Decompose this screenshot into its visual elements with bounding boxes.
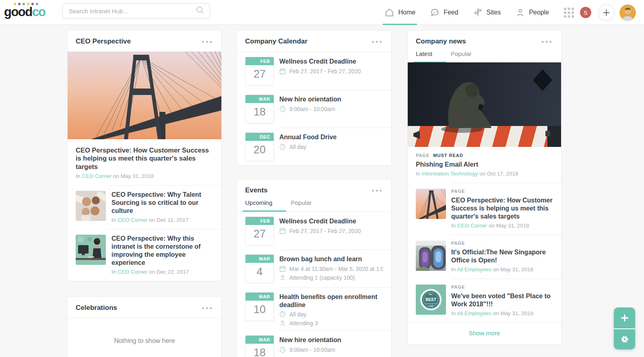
tab-popular[interactable]: Popular (291, 199, 312, 211)
date-badge: DEC 20 (245, 132, 274, 161)
news-article[interactable]: PAGE CEO Perspective: How Customer Succe… (408, 183, 561, 235)
article-meta: In CEO Corner on May 31, 2018 (451, 223, 553, 229)
event-time: 9:00am - 10:00am (279, 106, 341, 112)
date-badge: MAR 18 (245, 335, 274, 357)
space-link[interactable]: CEO Corner (118, 269, 147, 275)
nav-item-people[interactable]: People (515, 0, 549, 25)
calendar-event-row[interactable]: MAR 18 New hire orientation 9:00am - 10:… (237, 90, 391, 128)
add-widget-button[interactable] (614, 307, 635, 328)
plus-icon (621, 314, 629, 322)
clock-icon (279, 347, 286, 353)
event-title: Annual Food Drive (279, 133, 336, 141)
ellipsis-icon[interactable]: ●●● (372, 188, 383, 193)
news-article[interactable]: Inc. BEST WORKPLACES 2018 PAGE We've bee… (408, 279, 561, 322)
intranet-home-page: goodco Home (0, 0, 644, 357)
event-row[interactable]: FEB 27 Wellness Credit Deadline Feb 27, … (237, 212, 391, 250)
tab-upcoming[interactable]: Upcoming (245, 199, 272, 211)
bridge-thumbnail (416, 189, 446, 219)
event-title: New hire orientation (279, 336, 341, 344)
event-time: 9:00am - 10:00am (279, 347, 341, 353)
home-icon (384, 8, 394, 17)
card-title: Company Calendar (245, 37, 308, 45)
event-row[interactable]: MAR 4 Brown bag lunch and learn Mar 4 at… (237, 250, 391, 287)
space-link[interactable]: Information Technology (422, 171, 478, 177)
article-list-item[interactable]: CEO Perspective: Why Talent Sourcing is … (68, 185, 221, 229)
event-row[interactable]: MAR 18 New hire orientation 9:00am - 10:… (237, 330, 391, 357)
settings-button[interactable] (614, 328, 635, 349)
event-date-range: Feb 27, 2017 - Feb 27, 2020 (279, 228, 361, 234)
card-title: CEO Perspective (76, 37, 131, 45)
sites-icon (473, 8, 483, 17)
tab-latest[interactable]: Latest (416, 50, 432, 62)
people-icon (515, 8, 525, 17)
top-header: goodco Home (0, 0, 644, 25)
logo[interactable]: goodco (4, 3, 45, 18)
notification-badge[interactable]: 5 (580, 7, 591, 18)
bridge-hero-image[interactable] (68, 52, 221, 139)
feed-icon (430, 8, 440, 17)
article-title: CEO Perspective: Why Talent Sourcing is … (111, 191, 213, 215)
event-title: Brown bag lunch and learn (279, 255, 383, 263)
news-hero-image[interactable] (408, 62, 561, 147)
ceo-perspective-card: CEO Perspective ●●● (67, 30, 222, 281)
right-column: Company news ●●● Latest Popular (407, 30, 561, 345)
space-link[interactable]: CEO Corner (118, 217, 147, 223)
events-tabs: Upcoming Popular (237, 199, 391, 212)
event-row[interactable]: MAR 10 Health benefits open enrollment d… (237, 287, 391, 330)
ellipsis-icon[interactable]: ●●● (541, 39, 553, 44)
calendar-event-row[interactable]: DEC 20 Annual Food Drive All day (237, 128, 391, 165)
tab-popular[interactable]: Popular (451, 50, 472, 62)
article-title: Phishing Email Alert (416, 161, 553, 169)
space-link[interactable]: All Employees (457, 266, 491, 272)
apps-grid-icon[interactable] (564, 7, 574, 18)
event-title: Health benefits open enrollment deadline (279, 293, 383, 309)
search-box (62, 3, 210, 19)
date-badge: MAR 18 (245, 95, 274, 124)
space-link[interactable]: All Employees (457, 310, 491, 316)
add-content-button[interactable] (598, 4, 615, 21)
event-title: Wellness Credit Deadline (279, 58, 361, 66)
best-workplaces-badge-thumbnail: Inc. BEST WORKPLACES 2018 (416, 285, 446, 315)
ellipsis-icon[interactable]: ●●● (372, 39, 383, 44)
nav-item-home[interactable]: Home (384, 0, 415, 25)
ellipsis-icon[interactable]: ●●● (202, 39, 213, 44)
clock-icon (279, 106, 286, 112)
search-icon[interactable] (196, 6, 204, 16)
user-avatar[interactable] (619, 4, 636, 21)
space-link[interactable]: CEO Corner (457, 223, 487, 229)
news-article[interactable]: PAGEMUST READ Phishing Email Alert In In… (408, 147, 561, 183)
event-date-range: Mar 4 at 11:30am - Mar 5, 2020 at 1:00..… (279, 266, 383, 272)
celebrations-card: Celebrations ●●● Nothing to show here (67, 297, 222, 357)
event-attendance: Attending 1 (capacity 100) (279, 274, 383, 281)
calendar-icon (279, 266, 286, 272)
show-more-link[interactable]: Show more (469, 330, 500, 336)
article-title: We've been voted "Best Place to Work 201… (451, 292, 553, 308)
main-nav: Home Feed (384, 0, 636, 25)
ellipsis-icon[interactable]: ●●● (202, 306, 213, 310)
search-input[interactable] (63, 8, 196, 14)
article-title: CEO Perspective: How Customer Success is… (451, 196, 553, 221)
date-badge: MAR 10 (245, 292, 274, 321)
news-article[interactable]: PAGE It's Official:The New Singapore Off… (408, 235, 561, 279)
floating-action-buttons (614, 307, 635, 349)
article-meta: In CEO Corner on Dec 11, 2017 (111, 217, 213, 223)
article-list-item[interactable]: CEO Perspective: Why this intranet is th… (68, 229, 221, 281)
office-pods-thumbnail (416, 241, 446, 271)
featured-article[interactable]: CEO Perspective: How Customer Success is… (68, 139, 221, 185)
events-card: Events ●●● Upcoming Popular FEB 27 Welln… (237, 179, 392, 357)
nav-label: Sites (487, 9, 501, 16)
nav-label: People (529, 9, 549, 16)
space-link[interactable]: CEO Corner (82, 173, 111, 179)
article-meta: In CEO Corner on Dec 22, 2017 (111, 269, 213, 275)
event-time: All day (279, 144, 336, 150)
calendar-event-row[interactable]: FEB 27 Wellness Credit Deadline Feb 27, … (237, 52, 391, 90)
article-meta: In CEO Corner on May 31, 2018 (76, 173, 213, 179)
event-date-range: Feb 27, 2017 - Feb 27, 2020 (279, 68, 361, 74)
svg-text:WORKPLACES: WORKPLACES (425, 303, 437, 305)
article-title: CEO Perspective: How Customer Success is… (76, 146, 213, 171)
nav-item-feed[interactable]: Feed (430, 0, 458, 25)
nav-item-sites[interactable]: Sites (473, 0, 501, 25)
left-column: CEO Perspective ●●● (67, 30, 222, 357)
person-icon (279, 274, 286, 281)
news-footer: Show more (408, 322, 561, 345)
